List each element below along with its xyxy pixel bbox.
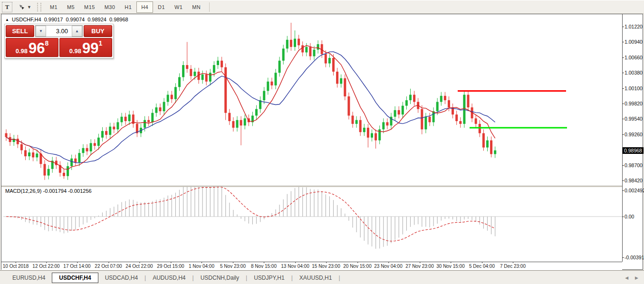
bear-candle: [344, 78, 346, 96]
bear-candle: [455, 114, 458, 121]
bull-candle: [305, 47, 308, 53]
timeframe-button-M5[interactable]: M5: [62, 1, 79, 13]
bull-candle: [236, 120, 239, 128]
bear-candle: [147, 120, 150, 123]
bull-candle: [109, 127, 111, 135]
bear-candle: [63, 173, 65, 176]
tab-separator: |: [192, 275, 194, 281]
bull-candle: [67, 166, 69, 176]
bull-candle: [424, 117, 427, 130]
text-tool-button[interactable]: T: [2, 2, 12, 12]
dropdown-caret-icon[interactable]: ▼: [27, 5, 31, 9]
date-axis-label: 5 Nov 23:00: [220, 264, 246, 269]
bear-candle: [479, 124, 481, 133]
bull-candle: [463, 95, 465, 123]
toolbar-grip[interactable]: [37, 3, 41, 11]
date-axis-label: 27 Nov 23:00: [405, 264, 434, 269]
bull-candle: [90, 143, 92, 151]
bull-candle: [279, 61, 281, 73]
bear-candle: [429, 117, 431, 123]
bear-candle: [270, 82, 273, 85]
bear-candle: [482, 133, 485, 147]
symbol-tab-EURUSD-H4[interactable]: EURUSD,H4: [7, 273, 51, 283]
ask-price-display[interactable]: 0.98 99 1: [59, 38, 112, 57]
bid-price-display[interactable]: 0.98 96 8: [6, 38, 58, 57]
symbol-tab-USDCAD-H4[interactable]: USDCAD,H4: [99, 273, 144, 283]
ohlc-close: 0.98968: [109, 17, 128, 22]
price-axis-line: [622, 14, 623, 262]
date-axis-label: 12 Oct 22:00: [32, 264, 59, 269]
bear-candle: [367, 128, 369, 138]
date-axis-label: 22 Oct 07:00: [95, 264, 122, 269]
bull-candle: [433, 111, 435, 122]
bear-candle: [232, 121, 234, 128]
bull-candle: [82, 148, 85, 153]
date-axis-label: 23 Nov 04:00: [374, 264, 403, 269]
bear-candle: [228, 113, 231, 121]
bull-candle: [255, 109, 258, 116]
bull-candle: [440, 96, 442, 102]
lot-increase-button[interactable]: ▲: [72, 26, 82, 37]
symbol-tabs: EURUSD,H4USDCHF,H4USDCAD,H4|AUDUSD,H4|US…: [7, 273, 340, 283]
bull-candle: [101, 131, 104, 138]
symbol-tab-USDCNH-Daily[interactable]: USDCNH,Daily: [195, 273, 245, 283]
arrow-tools-button[interactable]: ▼: [18, 2, 31, 12]
bear-candle: [17, 139, 19, 144]
bear-candle: [32, 152, 34, 157]
symbol-tab-AUDUSD-H4[interactable]: AUDUSD,H4: [147, 273, 191, 283]
price-axis-label: 1.00100: [625, 85, 643, 91]
tab-scroll-left-icon[interactable]: ◀: [625, 275, 628, 280]
bull-candle: [286, 40, 288, 49]
tab-separator: |: [291, 275, 293, 281]
bear-candle: [205, 75, 208, 82]
timeframe-button-W1[interactable]: W1: [170, 1, 187, 13]
bull-candle: [116, 122, 119, 129]
ohlc-high: 0.99074: [66, 17, 85, 22]
macd-indicator-plot[interactable]: [3, 187, 622, 262]
collapse-triangle-icon[interactable]: ▲: [5, 18, 9, 22]
lot-decrease-button[interactable]: ▼: [36, 26, 46, 37]
bid-pip: 8: [45, 39, 49, 47]
bear-candle: [398, 110, 400, 114]
ohlc-low: 0.98924: [87, 17, 106, 22]
timeframe-button-MN[interactable]: MN: [187, 1, 205, 13]
ask-pip: 1: [99, 39, 103, 47]
price-axis-label: 1.01220: [625, 24, 643, 29]
bear-candle: [459, 121, 461, 124]
macd-signal-line: [6, 187, 495, 241]
timeframe-button-H4[interactable]: H4: [136, 1, 153, 13]
bull-candle: [294, 38, 296, 47]
buy-button[interactable]: BUY: [84, 25, 112, 37]
bull-candle: [275, 73, 277, 85]
bear-candle: [221, 61, 223, 67]
sell-button[interactable]: SELL: [6, 25, 34, 37]
macd-axis-label: -0.003913: [625, 255, 644, 260]
timeframe-button-M15[interactable]: M15: [79, 1, 100, 13]
symbol-tab-USDJPY-H1[interactable]: USDJPY,H1: [248, 273, 290, 283]
timeframe-button-H1[interactable]: H1: [120, 1, 136, 13]
timeframe-button-M30[interactable]: M30: [100, 1, 120, 13]
chart-header: ▲ USDCHF,H4 0.99017 0.99074 0.98924 0.98…: [5, 17, 128, 22]
bear-candle: [444, 96, 446, 100]
symbol-tab-USDCHF-H4[interactable]: USDCHF,H4: [52, 273, 98, 283]
symbol-tab-XAUUSD-H1[interactable]: XAUUSD,H1: [294, 273, 338, 283]
lot-size-value[interactable]: 3.00: [46, 26, 72, 37]
timeframe-button-D1[interactable]: D1: [153, 1, 170, 13]
bear-candle: [298, 38, 300, 45]
bull-candle: [340, 78, 342, 84]
bull-candle: [28, 152, 30, 156]
tab-separator: |: [246, 275, 247, 281]
bear-candle: [352, 115, 354, 123]
date-axis-label: 17 Oct 14:00: [63, 264, 90, 269]
bear-candle: [20, 144, 23, 151]
timeframe-button-M1[interactable]: M1: [45, 1, 62, 13]
bear-candle: [375, 133, 377, 140]
bull-candle: [174, 87, 177, 99]
tab-scroll-right-icon[interactable]: ▶: [635, 275, 638, 280]
ask-prefix: 0.98: [69, 47, 81, 55]
bear-candle: [113, 127, 115, 130]
macd-axis-label: 0.002492: [625, 188, 644, 193]
price-axis-label: 0.98700: [625, 162, 643, 168]
bull-candle: [267, 82, 269, 91]
bear-candle: [301, 45, 304, 52]
